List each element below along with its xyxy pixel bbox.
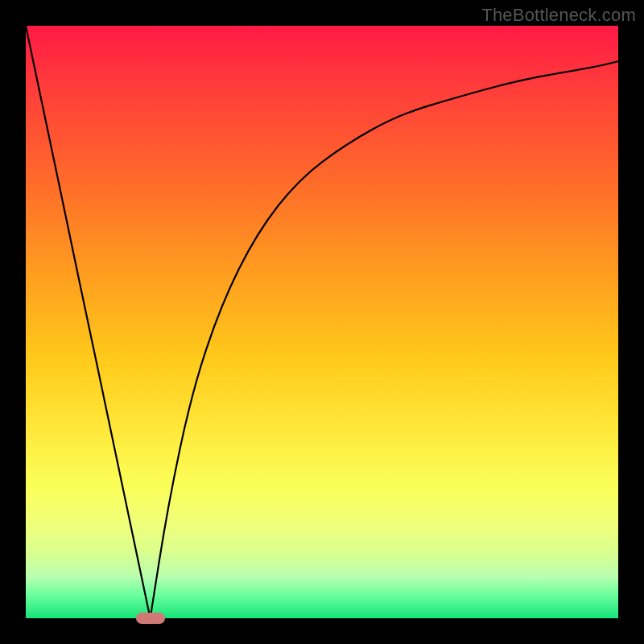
- chart-frame: TheBottleneck.com: [0, 0, 644, 644]
- watermark-text: TheBottleneck.com: [481, 5, 636, 26]
- minimum-marker: [136, 613, 165, 624]
- bottleneck-curve: [26, 26, 618, 618]
- plot-area: [26, 26, 618, 618]
